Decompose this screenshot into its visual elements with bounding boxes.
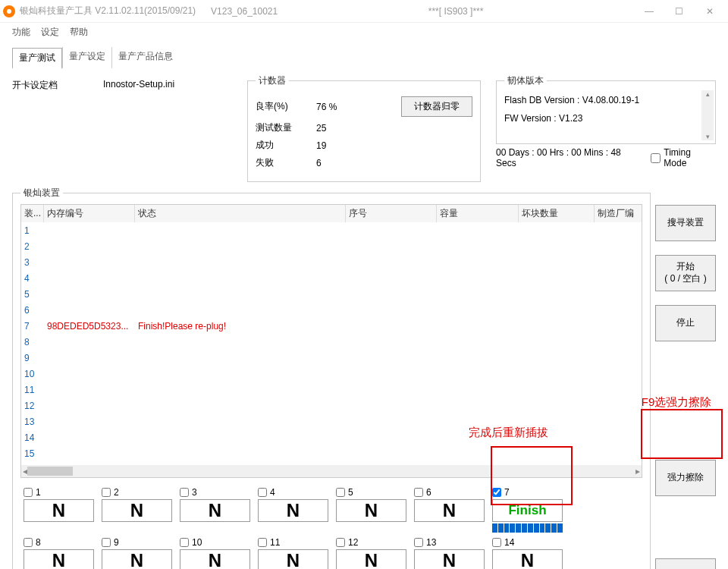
counter-tested-value: 25 xyxy=(316,123,362,134)
menu-set[interactable]: 设定 xyxy=(41,26,59,39)
slot-progress-7 xyxy=(492,523,563,533)
slot-check-12[interactable] xyxy=(336,538,345,547)
table-row[interactable]: 1 xyxy=(21,222,642,238)
slot-body-10: N xyxy=(180,549,250,569)
slot-5: 5N xyxy=(333,487,411,533)
slot-check-2[interactable] xyxy=(102,488,111,497)
fw-scrollbar[interactable]: ▴▾ xyxy=(701,90,714,140)
devices-group: 银灿装置 装... 内存编号 状态 序号 容量 坏块数量 制造厂编 123456… xyxy=(12,187,651,569)
slot-num: 7 xyxy=(504,487,510,498)
slot-13: 13N xyxy=(411,537,489,569)
titlebar[interactable]: 银灿科技量产工具 V2.11.02.11(2015/09/21) V123_06… xyxy=(0,0,728,23)
col-mem[interactable]: 内存编号 xyxy=(44,205,135,222)
slot-check-1[interactable] xyxy=(24,488,33,497)
row-num: 9 xyxy=(21,353,44,363)
slot-check-14[interactable] xyxy=(492,538,501,547)
timing-mode-check[interactable]: Timing Mode xyxy=(651,147,716,168)
col-serial[interactable]: 序号 xyxy=(346,205,437,222)
slot-check-5[interactable] xyxy=(336,488,345,497)
slot-num: 4 xyxy=(270,487,275,498)
table-row[interactable]: 5 xyxy=(21,286,642,302)
slot-body-14: N xyxy=(492,549,563,569)
slot-7: 7Finish xyxy=(489,487,567,533)
file-label: 开卡设定档 xyxy=(12,79,58,92)
table-body[interactable]: 123456798DEDED5D5323...Finish!Please re-… xyxy=(21,222,642,465)
col-idx[interactable]: 装... xyxy=(21,205,44,222)
slot-check-3[interactable] xyxy=(180,488,189,497)
slot-check-13[interactable] xyxy=(414,538,423,547)
fw-flash-db: Flash DB Version : V4.08.00.19-1 xyxy=(504,95,708,105)
row-num: 1 xyxy=(21,225,44,236)
table-row[interactable]: 15 xyxy=(21,445,642,461)
slot-14: 14N xyxy=(489,537,567,569)
counter-fail-label: 失败 xyxy=(256,156,316,169)
tab-test[interactable]: 量产测试 xyxy=(12,48,62,69)
slot-check-10[interactable] xyxy=(180,538,189,547)
search-device-button[interactable]: 搜寻装置 xyxy=(655,205,716,241)
devices-legend: 银灿装置 xyxy=(20,187,63,200)
menu-func[interactable]: 功能 xyxy=(12,26,30,39)
slot-check-11[interactable] xyxy=(258,538,267,547)
counter-tested-label: 测试数量 xyxy=(256,121,316,134)
maximize-button[interactable]: ☐ xyxy=(664,1,695,22)
slot-check-6[interactable] xyxy=(414,488,423,497)
table-row[interactable]: 8 xyxy=(21,334,642,350)
slot-body-13: N xyxy=(414,549,485,569)
slot-num: 6 xyxy=(426,487,431,498)
slot-check-7[interactable] xyxy=(492,488,501,497)
row-status: Finish!Please re-plug! xyxy=(135,321,346,332)
slot-num: 2 xyxy=(114,487,119,498)
minimize-button[interactable]: — xyxy=(634,1,664,22)
slot-grid: 1N2N3N4N5N6N7Finish8N9N10N11N12N13N14N15… xyxy=(20,487,642,569)
close-button[interactable]: ✕ xyxy=(695,1,725,22)
slot-body-9: N xyxy=(102,549,172,569)
col-capacity[interactable]: 容量 xyxy=(437,205,519,222)
tab-product[interactable]: 量产产品信息 xyxy=(111,47,179,68)
row-num: 14 xyxy=(21,432,44,443)
slot-6: 6N xyxy=(411,487,489,533)
slot-check-4[interactable] xyxy=(258,488,267,497)
col-status[interactable]: 状态 xyxy=(135,205,346,222)
table-row[interactable]: 3 xyxy=(21,254,642,270)
row-num: 13 xyxy=(21,417,44,427)
slot-num: 10 xyxy=(192,537,202,548)
table-row[interactable]: 11 xyxy=(21,382,642,398)
table-row[interactable]: 10 xyxy=(21,366,642,382)
slot-1: 1N xyxy=(20,487,99,533)
table-row[interactable]: 4 xyxy=(21,270,642,286)
counter-legend: 计数器 xyxy=(256,74,289,87)
table-row[interactable]: 14 xyxy=(21,429,642,445)
row-num: 3 xyxy=(21,257,44,268)
table-row[interactable]: 12 xyxy=(21,398,642,413)
slot-11: 11N xyxy=(255,537,333,569)
force-erase-button[interactable]: 强力擦除 xyxy=(655,460,716,496)
slot-check-8[interactable] xyxy=(24,538,33,547)
tab-settings[interactable]: 量产设定 xyxy=(62,47,111,68)
row-num: 10 xyxy=(21,369,44,379)
counter-group: 计数器 良率(%) 76 % 计数器归零 测试数量 25 成功 19 失败 6 xyxy=(247,74,481,182)
table-row[interactable]: 6 xyxy=(21,302,642,318)
slot-3: 3N xyxy=(177,487,255,533)
counter-pass-label: 成功 xyxy=(256,139,316,152)
start-button[interactable]: 开始 ( 0 / 空白 ) xyxy=(655,255,716,291)
menu-help[interactable]: 帮助 xyxy=(70,26,88,39)
exit-button[interactable]: 离开 xyxy=(655,558,716,569)
col-mfg[interactable]: 制造厂编 xyxy=(595,205,640,222)
table-row[interactable]: 798DEDED5D5323...Finish!Please re-plug! xyxy=(21,318,642,334)
timing-mode-checkbox[interactable] xyxy=(651,153,661,163)
table-row[interactable]: 9 xyxy=(21,350,642,366)
tabs: 量产测试 量产设定 量产产品信息 xyxy=(0,41,728,68)
table-row[interactable]: 13 xyxy=(21,413,642,429)
slot-num: 1 xyxy=(36,487,41,498)
col-badblock[interactable]: 坏块数量 xyxy=(519,205,595,222)
slot-2: 2N xyxy=(99,487,177,533)
slot-check-9[interactable] xyxy=(102,538,111,547)
fw-legend: 韧体版本 xyxy=(504,74,547,87)
counter-reset-button[interactable]: 计数器归零 xyxy=(401,96,472,117)
device-id: ***[ IS903 ]*** xyxy=(428,6,484,17)
stop-button[interactable]: 停止 xyxy=(655,305,716,341)
h-scrollbar[interactable]: ◂▸ xyxy=(21,465,642,477)
table-row[interactable]: 2 xyxy=(21,238,642,254)
slot-num: 5 xyxy=(348,487,353,498)
slot-body-1: N xyxy=(24,499,94,522)
